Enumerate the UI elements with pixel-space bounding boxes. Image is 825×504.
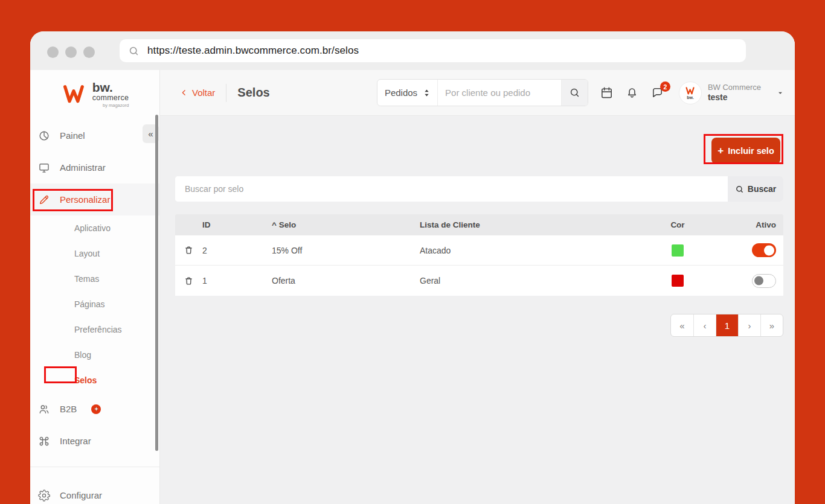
chevron-left-icon — [180, 89, 188, 97]
pagination-first[interactable]: « — [671, 314, 693, 336]
sidebar-nav: Painel Administrar Personalizar Aplicati… — [30, 120, 159, 504]
cell-lista: Geral — [420, 276, 638, 285]
messages-count-badge: 2 — [660, 81, 670, 92]
search-icon — [569, 87, 580, 98]
sparkle-icon — [94, 406, 99, 412]
header-id[interactable]: ID — [202, 220, 272, 229]
sidebar-item-administrar[interactable]: Administrar — [30, 152, 159, 183]
window-control-dot[interactable] — [47, 46, 59, 58]
sidebar-item-aplicativo[interactable]: Aplicativo — [30, 215, 159, 241]
window-controls[interactable] — [47, 46, 95, 58]
messages-button[interactable]: 2 — [650, 86, 664, 100]
cell-lista: Atacado — [420, 246, 638, 255]
sidebar-item-b2b[interactable]: B2B — [30, 393, 159, 425]
bell-icon — [625, 86, 639, 100]
selo-search-button[interactable]: Buscar — [728, 176, 783, 202]
sidebar-item-personalizar[interactable]: Personalizar — [30, 183, 159, 215]
sidebar-item-selos[interactable]: Selos — [30, 368, 159, 393]
search-scope-select[interactable]: Pedidos — [377, 80, 438, 106]
sidebar-divider — [30, 467, 159, 467]
header-selo[interactable]: ^ Selo — [272, 220, 420, 229]
avatar[interactable]: bw. — [679, 81, 702, 104]
toggle-knob — [764, 245, 774, 255]
pagination: « ‹ 1 › » — [670, 314, 783, 337]
calendar-icon — [600, 86, 614, 100]
toggle-knob — [754, 276, 763, 285]
trash-icon — [184, 276, 194, 286]
global-search: Pedidos — [377, 79, 588, 106]
active-toggle[interactable] — [752, 274, 776, 288]
notifications-button[interactable] — [625, 86, 639, 100]
sidebar-scrollbar[interactable] — [155, 115, 158, 451]
bw-logo-mark-icon — [685, 86, 696, 95]
avatar-brand-text: bw. — [687, 95, 693, 100]
sidebar-item-layout[interactable]: Layout — [30, 241, 159, 266]
browser-window: https://teste.admin.bwcommerce.com.br/se… — [30, 31, 795, 504]
topbar: Voltar Selos Pedidos — [160, 70, 795, 116]
search-icon — [128, 45, 140, 57]
bw-logo-mark-icon — [61, 83, 88, 105]
brand-logo: bw. commerce by magazord — [30, 70, 159, 118]
plus-icon: + — [717, 145, 724, 157]
cell-id: 2 — [202, 246, 272, 255]
window-control-dot[interactable] — [65, 46, 77, 58]
header-ativo[interactable]: Ativo — [717, 220, 783, 229]
user-menu[interactable]: BW Commerce teste — [708, 83, 761, 103]
user-company: BW Commerce — [708, 83, 761, 92]
add-selo-button[interactable]: + Incluir selo — [711, 138, 780, 164]
selos-table: ID ^ Selo Lista de Cliente Cor Ativo 2 1… — [175, 214, 783, 296]
topbar-divider — [226, 84, 226, 102]
color-swatch — [672, 275, 684, 287]
pagination-last[interactable]: » — [760, 314, 783, 336]
brand-byline: by magazord — [92, 103, 129, 108]
calendar-button[interactable] — [600, 86, 614, 100]
window-control-dot[interactable] — [83, 46, 95, 58]
brand-name: bw. — [92, 81, 129, 94]
gear-icon — [38, 490, 50, 502]
sidebar-item-blog[interactable]: Blog — [30, 342, 159, 368]
cell-selo: Oferta — [272, 276, 420, 285]
header-cor[interactable]: Cor — [638, 220, 717, 229]
trash-icon — [184, 245, 194, 255]
content-area: + Incluir selo Buscar ID ^ Selo Li — [160, 116, 795, 504]
table-row: 1 Oferta Geral — [175, 266, 783, 296]
brand-sub: commerce — [92, 94, 129, 102]
cell-selo: 15% Off — [272, 246, 420, 255]
users-icon — [38, 403, 50, 415]
b2b-new-badge — [91, 404, 101, 414]
sidebar-item-paginas[interactable]: Páginas — [30, 292, 159, 317]
active-toggle[interactable] — [752, 243, 776, 257]
selo-filter-bar: Buscar — [175, 176, 783, 202]
sort-asc-indicator: ^ — [272, 220, 277, 229]
command-icon — [38, 435, 50, 447]
table-header: ID ^ Selo Lista de Cliente Cor Ativo — [175, 214, 783, 235]
cell-id: 1 — [202, 276, 272, 285]
sidebar-item-configurar[interactable]: Configurar — [30, 479, 159, 504]
sidebar-item-painel[interactable]: Painel — [30, 120, 159, 152]
delete-button[interactable] — [175, 245, 202, 255]
header-lista[interactable]: Lista de Cliente — [420, 220, 638, 229]
caret-down-icon — [777, 89, 784, 97]
pie-chart-icon — [38, 130, 50, 142]
pagination-page-1[interactable]: 1 — [716, 314, 738, 336]
sidebar-item-integrar[interactable]: Integrar — [30, 425, 159, 457]
delete-button[interactable] — [175, 276, 202, 286]
selo-search-input[interactable] — [175, 176, 728, 202]
browser-chrome: https://teste.admin.bwcommerce.com.br/se… — [30, 31, 795, 70]
sidebar-item-preferencias[interactable]: Preferências — [30, 317, 159, 342]
global-search-button[interactable] — [561, 80, 588, 106]
page-title: Selos — [237, 86, 269, 100]
global-search-input[interactable] — [438, 80, 561, 106]
pagination-prev[interactable]: ‹ — [693, 314, 716, 336]
color-swatch — [672, 244, 684, 257]
search-icon — [735, 185, 744, 194]
pencil-icon — [38, 194, 50, 206]
user-menu-caret[interactable] — [777, 89, 784, 97]
sort-arrows-icon — [423, 89, 430, 97]
sidebar: bw. commerce by magazord « Painel Admini… — [30, 70, 160, 504]
address-bar[interactable]: https://teste.admin.bwcommerce.com.br/se… — [120, 39, 746, 62]
sidebar-item-temas[interactable]: Temas — [30, 266, 159, 292]
back-button[interactable]: Voltar — [180, 88, 215, 98]
user-name: teste — [708, 92, 761, 103]
pagination-next[interactable]: › — [738, 314, 760, 336]
